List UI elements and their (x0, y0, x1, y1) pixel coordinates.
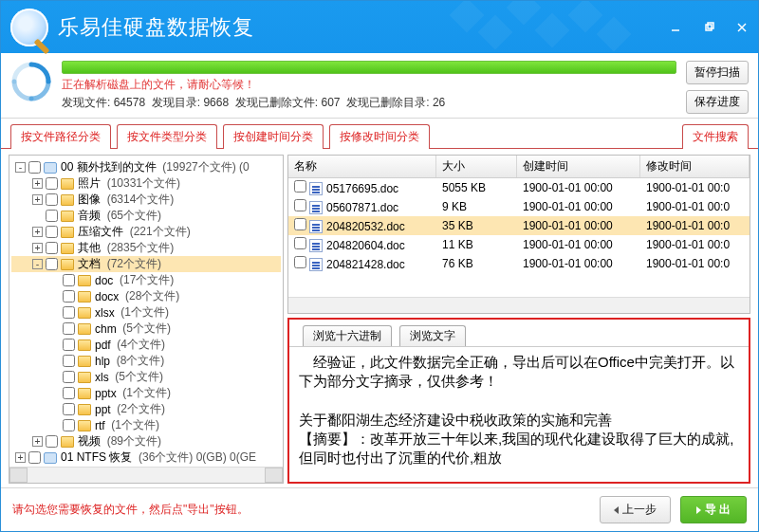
file-row[interactable]: 05176695.doc5055 KB1900-01-01 00:001900-… (288, 178, 750, 197)
file-size: 9 KB (436, 200, 517, 213)
tree-checkbox[interactable] (46, 177, 58, 190)
folder-icon (78, 404, 91, 415)
tree-checkbox[interactable] (63, 339, 75, 351)
tree-count: (2个文件) (117, 401, 165, 417)
prev-step-button[interactable]: 上一步 (600, 496, 671, 523)
folder-icon (78, 307, 91, 319)
tree-checkbox[interactable] (63, 274, 75, 286)
file-checkbox[interactable] (294, 256, 306, 268)
preview-tab-hex[interactable]: 浏览十六进制 (303, 325, 392, 346)
tree-node[interactable]: 音频 (65个文件) (11, 208, 281, 224)
tree-checkbox[interactable] (46, 242, 58, 254)
preview-panel: 浏览十六进制 浏览文字 经验证，此文件数据完全正确，导出后可以在Office中完… (287, 318, 750, 484)
tree-label: 音频 (78, 208, 107, 224)
tree-node[interactable]: +压缩文件 (221个文件) (11, 224, 281, 240)
tree-checkbox[interactable] (63, 419, 75, 431)
window-buttons (658, 15, 758, 40)
restore-button[interactable] (692, 15, 725, 40)
tree-node[interactable]: -文档 (72个文件) (11, 256, 281, 272)
footer-hint: 请勾选您需要恢复的文件，然后点"导出"按钮。 (12, 502, 249, 518)
drive-icon (44, 162, 57, 174)
tree-node[interactable]: +01 NTFS 恢复 (36个文件) 0(GB) 0(GE (11, 449, 281, 466)
tree-checkbox[interactable] (63, 387, 75, 399)
file-mtime: 1900-01-01 00:0 (640, 257, 750, 270)
col-name[interactable]: 名称 (288, 156, 436, 177)
tree-node[interactable]: chm (5个文件) (11, 321, 281, 337)
tree-checkbox[interactable] (63, 290, 75, 303)
preview-tab-text[interactable]: 浏览文字 (399, 325, 466, 346)
file-checkbox[interactable] (294, 199, 306, 211)
expand-toggle[interactable]: + (15, 452, 26, 463)
tree-checkbox[interactable] (46, 258, 58, 270)
expand-toggle[interactable]: + (32, 227, 43, 237)
tree-checkbox[interactable] (63, 355, 75, 367)
tree-node[interactable]: hlp (8个文件) (11, 353, 281, 369)
tab-by-type[interactable]: 按文件类型分类 (117, 124, 217, 149)
tree-node[interactable]: +其他 (2835个文件) (11, 240, 281, 256)
tree-label: rtf (95, 419, 111, 432)
save-progress-button[interactable]: 保存进度 (686, 90, 749, 114)
tree-node[interactable]: rtf (1个文件) (11, 417, 281, 433)
tree-count: (36个文件) 0(GB) 0(GE (139, 449, 256, 466)
minimize-button[interactable] (658, 15, 692, 40)
folder-tree[interactable]: -00 额外找到的文件 (19927个文件) (0+照片 (10331个文件)+… (9, 156, 283, 467)
file-row[interactable]: 204821428.doc76 KB1900-01-01 00:001900-0… (288, 254, 750, 273)
close-button[interactable] (725, 15, 758, 40)
tree-node[interactable]: +照片 (10331个文件) (11, 175, 281, 192)
file-list-h-scrollbar[interactable] (288, 297, 750, 313)
tree-node[interactable]: pdf (4个文件) (11, 337, 281, 353)
file-list-body[interactable]: 05176695.doc5055 KB1900-01-01 00:001900-… (288, 178, 750, 297)
folder-icon (61, 194, 74, 206)
tree-label: chm (95, 322, 122, 336)
file-checkbox[interactable] (294, 180, 306, 193)
tree-label: 其他 (78, 240, 107, 256)
tree-node[interactable]: xls (5个文件) (11, 369, 281, 385)
tree-checkbox[interactable] (63, 371, 75, 383)
tree-checkbox[interactable] (46, 435, 58, 448)
tree-node[interactable]: +图像 (6314个文件) (11, 192, 281, 208)
pause-scan-button[interactable]: 暂停扫描 (686, 61, 749, 84)
tree-node[interactable]: doc (17个文件) (11, 272, 281, 288)
tree-label: pptx (95, 387, 122, 400)
tree-node[interactable]: +视频 (89个文件) (11, 433, 281, 449)
tree-count: (1个文件) (120, 304, 169, 321)
expand-toggle[interactable]: + (32, 243, 43, 253)
expand-toggle[interactable]: - (32, 259, 43, 269)
tree-count: (221个文件) (130, 224, 191, 240)
col-ctime[interactable]: 创建时间 (517, 156, 640, 177)
expand-toggle[interactable]: + (32, 178, 43, 189)
tree-checkbox[interactable] (28, 451, 41, 464)
file-row[interactable]: 204820532.doc35 KB1900-01-01 00:001900-0… (288, 216, 750, 235)
tree-label: 压缩文件 (78, 224, 130, 240)
tab-by-ctime[interactable]: 按创建时间分类 (223, 124, 324, 149)
tab-by-path[interactable]: 按文件路径分类 (10, 124, 111, 149)
expand-toggle[interactable]: + (32, 436, 43, 447)
tree-checkbox[interactable] (63, 403, 75, 415)
tree-node[interactable]: xlsx (1个文件) (11, 304, 281, 321)
tree-checkbox[interactable] (63, 306, 75, 319)
tab-search[interactable]: 文件搜索 (682, 124, 749, 149)
export-button[interactable]: 导 出 (680, 496, 747, 523)
tree-node[interactable]: ppt (2个文件) (11, 401, 281, 417)
expand-toggle[interactable]: - (15, 162, 26, 173)
file-checkbox[interactable] (294, 218, 306, 230)
tree-node[interactable]: pptx (1个文件) (11, 385, 281, 401)
tree-checkbox[interactable] (46, 226, 58, 238)
col-size[interactable]: 大小 (436, 156, 517, 177)
file-checkbox[interactable] (294, 237, 306, 249)
tree-checkbox[interactable] (46, 210, 58, 222)
tree-node[interactable]: docx (28个文件) (11, 288, 281, 304)
main-area: -00 额外找到的文件 (19927个文件) (0+照片 (10331个文件)+… (1, 149, 758, 487)
file-row[interactable]: 05607871.doc9 KB1900-01-01 00:001900-01-… (288, 197, 750, 216)
tree-label: 00 额外找到的文件 (61, 159, 162, 175)
tree-node[interactable]: -00 额外找到的文件 (19927个文件) (0 (11, 159, 281, 175)
col-mtime[interactable]: 修改时间 (640, 156, 750, 177)
tree-checkbox[interactable] (63, 322, 75, 335)
tree-h-scrollbar[interactable] (9, 467, 283, 483)
file-row[interactable]: 204820604.doc11 KB1900-01-01 00:001900-0… (288, 235, 750, 254)
tree-checkbox[interactable] (28, 161, 41, 174)
expand-toggle[interactable]: + (32, 194, 43, 205)
tab-by-mtime[interactable]: 按修改时间分类 (329, 124, 430, 149)
tree-checkbox[interactable] (46, 193, 58, 206)
tree-count: (5个文件) (115, 369, 163, 385)
